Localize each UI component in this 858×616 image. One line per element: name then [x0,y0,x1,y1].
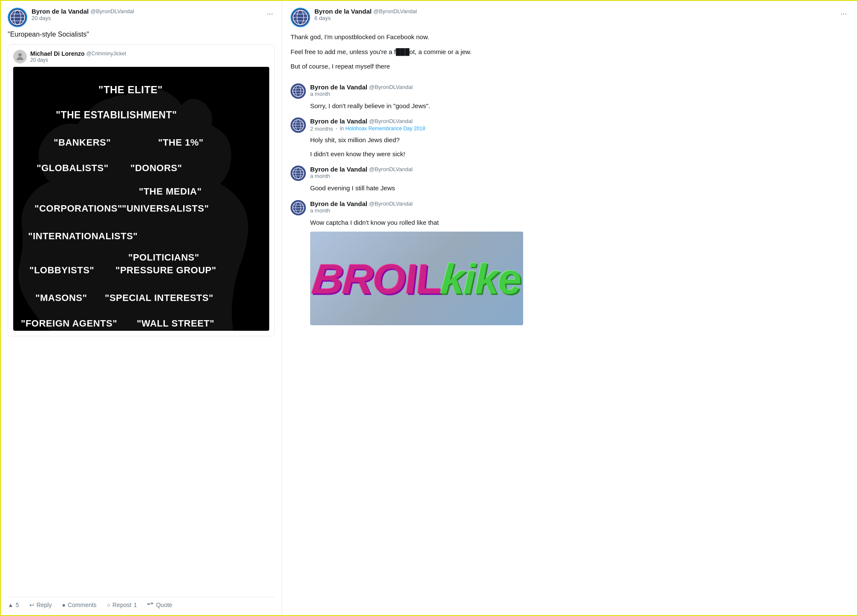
sub-post-4-user-info: Byron de la Vandal @ByronDLVandal a mont… [310,200,413,214]
sub-post-4-author-handle: @ByronDLVandal [369,201,412,207]
sub-post-3-user-info: Byron de la Vandal @ByronDLVandal a mont… [310,166,413,179]
meme-label-11: "POLITICIANS" [128,252,199,263]
right-main-post-time: 6 days [314,15,417,21]
sub-post-1: Byron de la Vandal @ByronDLVandal a mont… [291,83,849,111]
post-time: 20 days [32,15,134,21]
meme-label-12: "LOBBYISTS" [29,265,94,276]
sub-post-4-avatar [291,200,306,215]
right-main-line-1: Thank god, I'm unpostblocked on Facebook… [291,32,849,42]
quoted-header: Michael Di Lorenzo @CrimminyJicket 20 da… [13,50,269,63]
post-text: "European-style Socialists" [8,30,275,39]
meme-label-4: "THE 1%" [158,137,204,148]
repost-label: Repost [112,602,131,608]
sub-post-1-avatar [291,83,306,99]
svg-point-6 [18,53,22,57]
right-main-author-name: Byron de la Vandal [314,8,371,15]
avatar-globe [9,9,26,26]
right-panel: Byron de la Vandal @ByronDLVandal 6 days… [282,1,857,615]
sub-post-4-author-name: Byron de la Vandal [310,200,367,207]
in-group-label: in Holohoax Remembrance Day 2018 [340,126,425,132]
meme-label-10: "INTERNATIONALISTS" [28,231,138,242]
sub-post-2-author-handle: @ByronDLVandal [369,118,412,124]
name-row: Byron de la Vandal @ByronDLVandal [32,8,134,15]
meme-label-2: "THE ESTABILISHMENT" [56,109,177,121]
sub-post-2-user-info: Byron de la Vandal @ByronDLVandal 2 mont… [310,117,425,132]
user-info: Byron de la Vandal @ByronDLVandal 20 day… [32,8,134,21]
quoted-author-name: Michael Di Lorenzo [30,50,85,57]
right-more-options-button[interactable]: ··· [839,8,849,20]
meme-label-7: "THE MEDIA" [139,186,202,197]
right-main-post-content: Thank god, I'm unpostblocked on Facebook… [291,32,849,77]
repost-action[interactable]: ○ Repost 1 [107,602,137,608]
sub-post-2-header: Byron de la Vandal @ByronDLVandal 2 mont… [291,117,849,133]
sub-post-2: Byron de la Vandal @ByronDLVandal 2 mont… [291,117,849,159]
right-post-header-left: Byron de la Vandal @ByronDLVandal 6 days [291,8,417,27]
reply-label: Reply [37,602,52,608]
post-actions: ▲ 5 ↩ Reply ● Comments ○ Repost 1 ❝❞ Quo… [8,597,275,608]
quote-icon: ❝❞ [147,602,154,608]
meme-label-8: "CORPORATIONS" [35,203,122,214]
quoted-name-row: Michael Di Lorenzo @CrimminyJicket [30,50,126,57]
sub-post-4-name-row: Byron de la Vandal @ByronDLVandal [310,200,413,207]
sub-post-2-line-2: I didn't even know they were sick! [310,149,849,159]
right-main-line-2: Feel free to add me, unless you're a f██… [291,47,849,57]
sub-post-1-time: a month [310,91,413,97]
right-main-name-row: Byron de la Vandal @ByronDLVandal [314,8,417,15]
right-main-line-3: But of course, I repeat myself there [291,62,849,72]
quoted-avatar [13,50,27,63]
sub-post-3: Byron de la Vandal @ByronDLVandal a mont… [291,166,849,193]
meme-label-5: "GLOBALISTS" [37,163,109,174]
post-header-left: Byron de la Vandal @ByronDLVandal 20 day… [8,8,134,27]
meme-label-15: "SPECIAL INTERESTS" [105,292,213,304]
comments-icon: ● [62,602,65,608]
sub-post-3-author-handle: @ByronDLVandal [369,166,412,172]
repost-count: 1 [133,602,137,608]
sub-post-2-avatar [291,117,306,133]
reply-action[interactable]: ↩ Reply [29,602,52,608]
sub-post-3-text: Good evening I still hate Jews [291,183,849,193]
group-link[interactable]: Holohoax Remembrance Day 2018 [346,126,425,132]
meme-text-container: "THE ELITE" "THE ESTABILISHMENT" "BANKER… [13,67,269,331]
sub-post-2-name-row: Byron de la Vandal @ByronDLVandal [310,117,425,125]
sub-post-2-time-row: 2 months · in Holohoax Remembrance Day 2… [310,125,425,132]
right-main-avatar [291,8,310,27]
meme-label-9: "UNIVERSALISTS" [122,203,209,214]
right-main-author-handle: @ByronDLVandal [373,8,417,14]
meme-label-1: "THE ELITE" [98,84,163,96]
upvote-count: 5 [16,602,19,608]
quote-action[interactable]: ❝❞ Quote [147,602,172,608]
sub-post-1-header: Byron de la Vandal @ByronDLVandal a mont… [291,83,849,99]
separator: · [335,125,337,132]
sub-post-1-author-handle: @ByronDLVandal [369,84,412,90]
sub-post-4-header: Byron de la Vandal @ByronDLVandal a mont… [291,200,849,215]
meme-label-16: "FOREIGN AGENTS" [21,318,117,329]
comments-action[interactable]: ● Comments [62,602,96,608]
quote-label: Quote [156,602,172,608]
sub-post-4-content: Wow captcha I didn't know you rolled lik… [291,218,849,326]
quoted-post: Michael Di Lorenzo @CrimminyJicket 20 da… [8,44,275,336]
sub-post-2-content: Holy shit, six million Jews died? I didn… [291,135,849,159]
meme-label-13: "PRESSURE GROUP" [115,265,216,276]
meme-label-3: "BANKERS" [54,137,111,148]
sub-post-2-author-name: Byron de la Vandal [310,117,367,125]
captcha-image: BROIL kike [310,232,523,325]
meme-image: "THE ELITE" "THE ESTABILISHMENT" "BANKER… [13,67,269,331]
author-name: Byron de la Vandal [32,8,89,15]
meme-label-6: "DONORS" [130,163,182,174]
comments-label: Comments [68,602,97,608]
captcha-text-broil: BROIL [310,255,444,304]
more-options-button[interactable]: ··· [265,8,275,20]
sub-post-3-author-name: Byron de la Vandal [310,166,367,173]
captcha-text-kike: kike [439,255,522,304]
sub-post-1-author-name: Byron de la Vandal [310,83,367,91]
quoted-user-info: Michael Di Lorenzo @CrimminyJicket 20 da… [30,50,126,63]
post-header: Byron de la Vandal @ByronDLVandal 20 day… [8,8,275,27]
meme-label-17: "WALL STREET" [137,318,214,329]
sub-post-3-name-row: Byron de la Vandal @ByronDLVandal [310,166,413,173]
reply-icon: ↩ [29,602,35,608]
upvote-action[interactable]: ▲ 5 [8,602,19,608]
sub-post-2-time: 2 months [310,126,333,132]
sub-post-3-header: Byron de la Vandal @ByronDLVandal a mont… [291,166,849,181]
sub-post-4-text: Wow captcha I didn't know you rolled lik… [310,218,849,228]
left-panel: Byron de la Vandal @ByronDLVandal 20 day… [1,1,282,615]
